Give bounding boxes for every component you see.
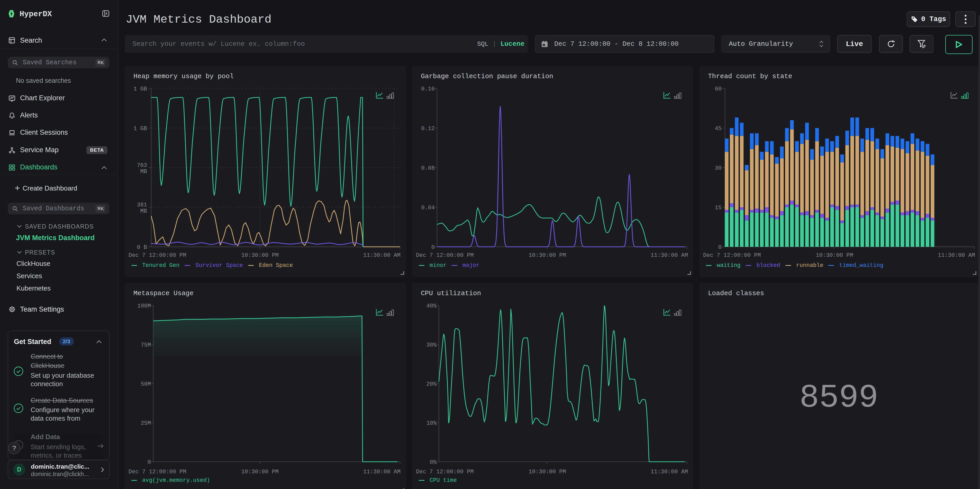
svg-text:0: 0 [148, 459, 151, 466]
svg-text:30: 30 [715, 165, 722, 172]
svg-text:0%: 0% [430, 459, 437, 466]
svg-text:15: 15 [715, 205, 722, 211]
svg-text:1 GB: 1 GB [134, 126, 147, 132]
svg-text:75M: 75M [141, 342, 151, 348]
svg-text:0.12: 0.12 [421, 126, 435, 132]
svg-text:Dec 7 12:00:00 PM: Dec 7 12:00:00 PM [129, 469, 186, 475]
svg-text:10:30:00 PM: 10:30:00 PM [241, 469, 278, 475]
svg-text:Dec 7 12:00:00 PM: Dec 7 12:00:00 PM [416, 252, 474, 259]
svg-text:0: 0 [431, 244, 435, 251]
svg-text:0: 0 [718, 244, 722, 251]
svg-text:763: 763 [137, 162, 147, 169]
svg-text:MB: MB [140, 208, 147, 214]
svg-text:381: 381 [137, 202, 147, 208]
svg-text:0.08: 0.08 [421, 165, 435, 172]
svg-text:20%: 20% [426, 381, 436, 387]
svg-text:Dec 7 12:00:00 PM: Dec 7 12:00:00 PM [703, 252, 761, 259]
svg-text:60: 60 [715, 86, 722, 92]
svg-text:10:30:00 PM: 10:30:00 PM [528, 469, 566, 475]
svg-text:11:30:00 AM: 11:30:00 AM [651, 469, 688, 475]
svg-text:10%: 10% [426, 420, 436, 427]
svg-text:30%: 30% [426, 342, 436, 348]
svg-text:40%: 40% [426, 303, 436, 309]
svg-text:11:30:00 AM: 11:30:00 AM [363, 469, 401, 475]
svg-text:45: 45 [715, 126, 722, 132]
svg-text:1: 1 [543, 44, 544, 46]
svg-text:0 B: 0 B [137, 244, 147, 251]
svg-text:25M: 25M [141, 420, 151, 427]
svg-text:11:30:00 AM: 11:30:00 AM [651, 252, 688, 259]
svg-text:Dec 7 12:00:00 PM: Dec 7 12:00:00 PM [129, 252, 186, 259]
svg-text:50M: 50M [141, 381, 151, 387]
svg-text:0.16: 0.16 [421, 86, 435, 92]
svg-text:1 GB: 1 GB [134, 86, 147, 92]
svg-text:Dec 7 12:00:00 PM: Dec 7 12:00:00 PM [416, 469, 474, 475]
svg-text:MB: MB [140, 169, 147, 175]
svg-text:10:30:00 PM: 10:30:00 PM [816, 252, 853, 259]
svg-text:11:30:00 AM: 11:30:00 AM [363, 252, 401, 259]
svg-text:0.04: 0.04 [421, 205, 435, 211]
svg-text:11:30:00 AM: 11:30:00 AM [938, 252, 975, 259]
svg-text:10:30:00 PM: 10:30:00 PM [528, 252, 566, 259]
svg-text:10:30:00 PM: 10:30:00 PM [241, 252, 278, 259]
svg-text:8599: 8599 [799, 379, 878, 416]
svg-text:100M: 100M [137, 303, 151, 309]
